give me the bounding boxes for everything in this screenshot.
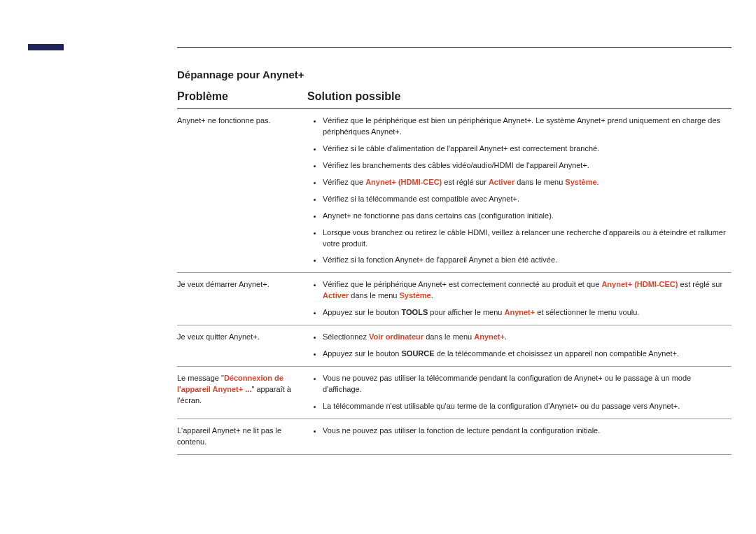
- solution-item: Vérifiez si le câble d'alimentation de l…: [323, 143, 726, 160]
- solution-item: Vous ne pouvez pas utiliser la télécomma…: [323, 373, 726, 401]
- top-rule: [177, 47, 732, 48]
- col-header-solution: Solution possible: [307, 90, 732, 109]
- problem-cell: Je veux quitter Anynet+.: [177, 325, 307, 367]
- solution-item: Lorsque vous branchez ou retirez le câbl…: [323, 227, 726, 255]
- solution-cell: Sélectionnez Voir ordinateur dans le men…: [307, 325, 732, 367]
- problem-cell: Anynet+ ne fonctionne pas.: [177, 109, 307, 273]
- solution-list: Vous ne pouvez pas utiliser la télécomma…: [307, 373, 726, 412]
- table-row: Je veux démarrer Anynet+.Vérifiez que le…: [177, 273, 732, 325]
- solution-item: Vous ne pouvez pas utiliser la fonction …: [323, 426, 726, 437]
- solution-item: Vérifiez que le périphérique est bien un…: [323, 115, 726, 143]
- table-row: Anynet+ ne fonctionne pas.Vérifiez que l…: [177, 109, 732, 273]
- section-title: Dépannage pour Anynet+: [177, 69, 732, 80]
- highlight-text: Activer: [323, 291, 349, 300]
- problem-cell: Le message "Déconnexion de l'appareil An…: [177, 367, 307, 419]
- highlight-text: Système: [565, 178, 596, 186]
- solution-item: Vérifiez que le périphérique Anynet+ est…: [323, 279, 726, 307]
- solution-cell: Vérifiez que le périphérique Anynet+ est…: [307, 273, 732, 325]
- highlight-text: Activer: [489, 178, 514, 186]
- solution-item: Appuyez sur le bouton SOURCE de la téléc…: [323, 349, 726, 360]
- col-header-problem: Problème: [177, 90, 307, 109]
- highlight-text: Anynet+: [504, 308, 535, 316]
- problem-cell: L'appareil Anynet+ ne lit pas le contenu…: [177, 419, 307, 454]
- solution-item: Vérifiez si la télécommande est compatib…: [323, 194, 726, 211]
- highlight-text: Voir ordinateur: [369, 332, 424, 341]
- solution-item: Appuyez sur le bouton TOOLS pour affiche…: [323, 307, 726, 318]
- bold-text: SOURCE: [402, 349, 435, 358]
- troubleshoot-table: Problème Solution possible Anynet+ ne fo…: [177, 90, 732, 455]
- solution-list: Sélectionnez Voir ordinateur dans le men…: [307, 332, 726, 360]
- solution-cell: Vérifiez que le périphérique est bien un…: [307, 109, 732, 273]
- solution-item: Sélectionnez Voir ordinateur dans le men…: [323, 332, 726, 349]
- highlight-text: Anynet+ (HDMI-CEC): [601, 280, 678, 288]
- section-tab-marker: [28, 44, 64, 50]
- solution-item: Vérifiez si la fonction Anynet+ de l'app…: [323, 255, 726, 266]
- table-row: L'appareil Anynet+ ne lit pas le contenu…: [177, 419, 732, 454]
- solution-item: Vérifiez que Anynet+ (HDMI-CEC) est régl…: [323, 177, 726, 194]
- highlight-text: Déconnexion de l'appareil Anynet+ ...: [177, 374, 284, 393]
- table-row: Le message "Déconnexion de l'appareil An…: [177, 367, 732, 419]
- table-row: Je veux quitter Anynet+.Sélectionnez Voi…: [177, 325, 732, 367]
- solution-item: La télécommande n'est utilisable qu'au t…: [323, 401, 726, 412]
- highlight-text: Anynet+ (HDMI-CEC): [365, 178, 442, 186]
- page-content: Dépannage pour Anynet+ Problème Solution…: [177, 69, 732, 455]
- highlight-text: Anynet+: [474, 332, 505, 341]
- solution-list: Vérifiez que le périphérique Anynet+ est…: [307, 279, 726, 318]
- solution-list: Vérifiez que le périphérique est bien un…: [307, 115, 726, 266]
- highlight-text: Système: [399, 291, 430, 300]
- bold-text: TOOLS: [402, 308, 428, 316]
- problem-cell: Je veux démarrer Anynet+.: [177, 273, 307, 325]
- solution-item: Anynet+ ne fonctionne pas dans certains …: [323, 211, 726, 227]
- solution-cell: Vous ne pouvez pas utiliser la télécomma…: [307, 367, 732, 419]
- solution-cell: Vous ne pouvez pas utiliser la fonction …: [307, 419, 732, 454]
- table-body: Anynet+ ne fonctionne pas.Vérifiez que l…: [177, 109, 732, 454]
- solution-item: Vérifiez les branchements des câbles vid…: [323, 160, 726, 177]
- solution-list: Vous ne pouvez pas utiliser la fonction …: [307, 426, 726, 437]
